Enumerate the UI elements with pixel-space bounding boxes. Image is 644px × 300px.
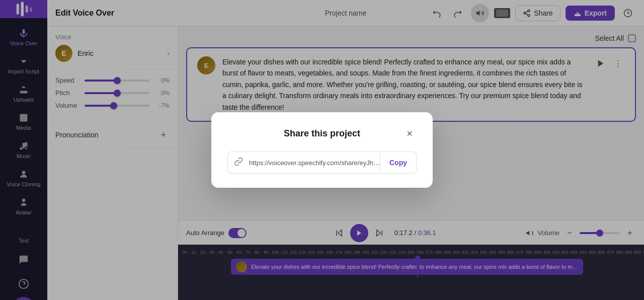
modal-close-button[interactable]: × bbox=[403, 126, 417, 140]
link-icon bbox=[228, 152, 249, 173]
share-modal: Share this project × https://voiceover.s… bbox=[211, 112, 433, 188]
share-url: https://voiceover.speechify.com/share/ey… bbox=[249, 154, 380, 172]
copy-button[interactable]: Copy bbox=[380, 154, 416, 172]
modal-header: Share this project × bbox=[227, 126, 417, 140]
modal-overlay[interactable]: Share this project × https://voiceover.s… bbox=[0, 0, 644, 300]
share-link-row: https://voiceover.speechify.com/share/ey… bbox=[227, 152, 417, 174]
modal-title: Share this project bbox=[242, 128, 403, 139]
